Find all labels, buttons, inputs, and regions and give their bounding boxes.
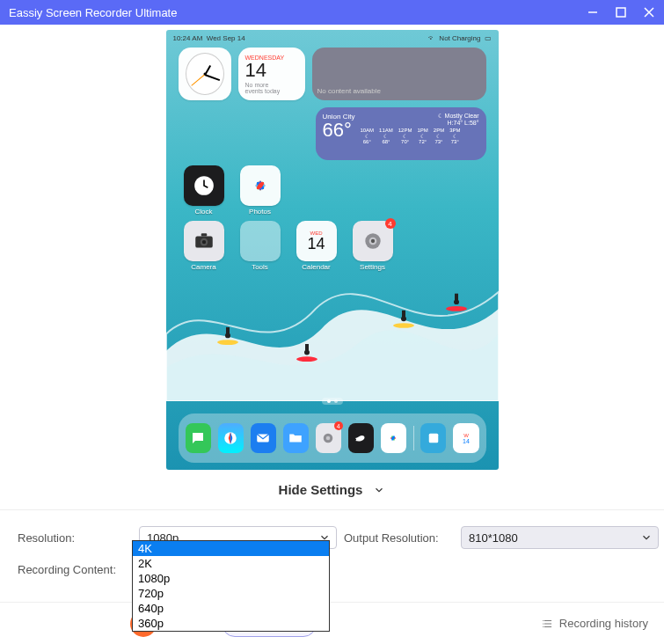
svg-point-19 (393, 323, 414, 328)
chevron-down-icon (373, 484, 385, 496)
weather-hour-col: 3PM☾73° (449, 128, 460, 144)
resolution-option[interactable]: 360p (133, 616, 329, 631)
app-row-1: Clock (166, 160, 499, 216)
svg-point-39 (543, 626, 544, 626)
hide-settings-label: Hide Settings (279, 482, 363, 497)
svg-point-32 (326, 436, 331, 441)
ipad-dock: 4 W14 (179, 413, 486, 463)
app-clock: Clock (184, 165, 224, 216)
resolution-option[interactable]: 720p (133, 586, 329, 601)
weather-hour-col: 2PM☾73° (434, 128, 444, 144)
minimize-button[interactable] (587, 6, 599, 18)
titlebar: Eassiy Screen Recorder Ultimate (0, 0, 664, 25)
clock-widget (179, 48, 231, 100)
svg-point-18 (296, 356, 317, 362)
recording-history-link[interactable]: Recording history (542, 617, 648, 630)
svg-rect-24 (305, 344, 309, 353)
svg-point-16 (370, 239, 374, 243)
app-photos: Photos (240, 165, 281, 216)
settings-panel: Resolution: 1080p Output Resolution: 810… (0, 509, 664, 576)
weather-condition: Mostly Clear (445, 113, 479, 119)
weather-widget: Union City 66° ☾ Mostly Clear H:74° L:58… (316, 107, 486, 160)
svg-rect-22 (226, 327, 230, 336)
messages-icon (186, 423, 211, 453)
widget-row: WEDNESDAY 14 No more events today No con… (166, 48, 499, 100)
svg-point-38 (543, 623, 544, 624)
weather-hour-col: 1PM☾72° (417, 128, 427, 144)
calendar-widget-date: 14 (245, 61, 298, 80)
analog-clock-icon (186, 53, 224, 95)
status-charging: Not Charging (439, 34, 480, 42)
svg-rect-0 (617, 8, 625, 17)
calendar-widget-note1: No more (245, 82, 298, 88)
resolution-dropdown-list[interactable]: 4K2K1080p720p640p360p (132, 540, 330, 632)
svg-point-17 (217, 340, 238, 345)
photos-dock-icon (381, 423, 406, 453)
battery-icon: ▭ (485, 34, 492, 42)
settings-badge: 4 (385, 218, 396, 229)
output-resolution-select[interactable]: 810*1080 (461, 526, 659, 549)
files-icon (283, 423, 309, 453)
empty-widget-text: No content available (317, 87, 382, 95)
calendar-widget: WEDNESDAY 14 No more events today (238, 48, 305, 100)
calendar-widget-note2: events today (245, 88, 298, 94)
status-date: Wed Sep 14 (207, 34, 245, 42)
settings-dock-icon: 4 (316, 423, 341, 453)
resolution-option[interactable]: 640p (133, 601, 329, 616)
weather-hour-col: 10AM☾66° (360, 128, 374, 144)
close-button[interactable] (643, 6, 655, 18)
wallpaper-waves (166, 250, 499, 401)
clock-icon (184, 165, 224, 206)
svg-rect-26 (402, 311, 405, 319)
moon-icon: ☾ (438, 113, 443, 119)
weather-hour-col: 11AM☾68° (379, 128, 393, 144)
resolution-option[interactable]: 2K (133, 556, 329, 571)
weather-temp: 66° (323, 121, 355, 140)
svg-rect-13 (201, 233, 207, 236)
safari-icon (218, 423, 244, 453)
app-title: Eassiy Screen Recorder Ultimate (9, 6, 587, 19)
recording-content-label: Recording Content: (18, 563, 132, 576)
bottom-toolbar: SnapShot Recording history (0, 602, 664, 644)
ipad-screen: 10:24 AM Wed Sep 14 ᯤ Not Charging ▭ (166, 30, 499, 470)
app-photos-label: Photos (240, 208, 281, 216)
mail-icon (251, 423, 276, 453)
maximize-button[interactable] (615, 6, 627, 18)
list-icon (542, 618, 554, 630)
photos-icon (240, 165, 281, 206)
svg-point-12 (201, 240, 205, 244)
resolution-option[interactable]: 4K (133, 541, 329, 556)
app-window: Eassiy Screen Recorder Ultimate 10:24 AM… (0, 0, 664, 644)
weather-hilo: H:74° L:58° (360, 120, 478, 126)
app-clock-label: Clock (184, 208, 224, 216)
resolution-label: Resolution: (18, 531, 132, 545)
recent-app-1-icon (420, 423, 446, 453)
svg-point-37 (543, 619, 544, 620)
empty-widget: No content available (312, 48, 486, 100)
hide-settings-toggle[interactable]: Hide Settings (0, 470, 664, 509)
recent-calendar-icon: W14 (453, 423, 478, 453)
output-resolution-value: 810*1080 (469, 531, 518, 545)
ipad-status-bar: 10:24 AM Wed Sep 14 ᯤ Not Charging ▭ (166, 30, 499, 46)
svg-rect-36 (429, 434, 439, 443)
bird-app-icon (348, 423, 374, 453)
svg-point-20 (446, 306, 467, 311)
page-indicator (322, 398, 343, 405)
chevron-down-icon (640, 531, 653, 544)
output-resolution-label: Output Resolution: (344, 531, 454, 545)
wifi-icon: ᯤ (428, 34, 435, 42)
status-time: 10:24 AM (173, 34, 203, 42)
device-preview-area: 10:24 AM Wed Sep 14 ᯤ Not Charging ▭ (0, 25, 664, 470)
weather-hour-col: 12PM☾70° (398, 128, 412, 144)
svg-rect-28 (455, 294, 458, 303)
weather-forecast-row: 10AM☾66°11AM☾68°12PM☾70°1PM☾72°2PM☾73°3P… (360, 128, 478, 144)
resolution-option[interactable]: 1080p (133, 571, 329, 586)
recording-history-label: Recording history (559, 617, 648, 630)
